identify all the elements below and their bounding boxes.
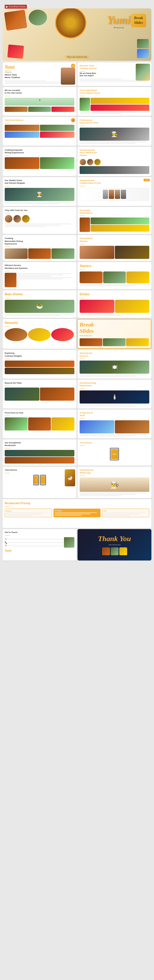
slide-24-divider — [80, 388, 85, 389]
slide-30-img: 👨‍🍳 — [80, 477, 149, 492]
slide-5-badge: 🚀 — [71, 118, 75, 123]
slide-32-content: 📧 📞 📍 — [5, 537, 74, 548]
slide-2[interactable]: Discover YumiCulinary Journey We are Doi… — [77, 62, 151, 86]
slide-32[interactable]: Get in Touch 📧 📞 — [3, 529, 77, 560]
slide-23[interactable]: Beyond the Plate — [3, 380, 77, 409]
slide-29-divider — [5, 473, 10, 473]
slide-7-imgs — [5, 157, 74, 169]
slide-5-title: Yumi Fast Delivery — [5, 119, 74, 122]
slide-30[interactable]: Download OurMobile App 👨‍🍳 — [77, 467, 151, 498]
slide-29-phone-1: Y — [33, 475, 39, 485]
slide-2-divider — [80, 71, 85, 72]
slide-24[interactable]: Elevating DiningExperiences 🕯️ — [77, 380, 151, 409]
slide-31[interactable]: Restaurant Pricing Starter Premium — [3, 499, 151, 528]
slide-4-title: Fresh IngredientsFrom Organic Farms — [80, 89, 149, 95]
slide-row-1: Yumi Restaurant Where TasteMeets Traditi… — [3, 62, 151, 86]
slide-row-9: Main Dishes 🥗 Drinks — [3, 290, 151, 318]
slide-row-6: They Still Cook for You ExceedingExpecta… — [3, 207, 151, 234]
slide-25-title: From Farm to Fork — [5, 412, 74, 414]
slide-9[interactable]: Our Skillful Chefsand Kitchen Brigade 👩‍… — [3, 177, 77, 206]
slide-row-7: CreatingMemorable DiningExperiences Pers… — [3, 235, 151, 261]
slide-3[interactable]: We are Locatedin the City Center 📍 — [3, 87, 77, 116]
slide-14-divider — [80, 244, 85, 244]
ppt-badge: ▶ PowerPoint Version — [5, 5, 27, 9]
slide-11[interactable]: They Still Cook for You — [3, 207, 77, 234]
slide-17-title: Main Dishes — [5, 293, 74, 297]
slide-16-text-lines — [80, 284, 149, 286]
page-wrapper: ▶ PowerPoint Version Yumi Restaurant Bre… — [0, 0, 154, 563]
slide-29[interactable]: Yumi Device Y Y 🥙 — [3, 467, 77, 498]
slide-11-title: They Still Cook for You — [5, 209, 74, 212]
slide-4[interactable]: Fresh IngredientsFrom Organic Farms — [77, 87, 151, 116]
slide-29-phone-2: Y — [40, 475, 46, 485]
slide-20[interactable]: BreakSlides Yumi Restaurant — [77, 319, 151, 349]
slide-23-title: Beyond the Plate — [5, 382, 74, 384]
slide-16[interactable]: Starters — [77, 262, 151, 289]
slide-3-divider — [5, 96, 10, 96]
slide-9-img: 👩‍🍳 — [5, 188, 74, 201]
slide-8-imgs — [80, 159, 149, 165]
slide-15[interactable]: Efficient ServiceWorkflow and Systems — [3, 262, 77, 289]
slide-4-imgs — [80, 98, 149, 111]
slide-3-pin: 📍 — [38, 99, 41, 102]
slide-row-4: Crafting ExquisiteDining Experiences Int… — [3, 147, 151, 176]
slide-23-divider — [5, 386, 10, 386]
slide-11-text-lines — [5, 224, 74, 227]
slide-row-10: Desserts BreakSlides Yumi Restaurant — [3, 319, 151, 349]
slide-row-15: Yumi Device Y Y 🥙 Download OurMobile — [3, 467, 151, 498]
slide-22[interactable]: Savoring theEssence 🍽️ — [77, 350, 151, 379]
slide-18-divider — [80, 298, 85, 298]
slide-10[interactable]: Teamwork andCollaboration at Yumi NEW — [77, 177, 151, 206]
slide-22-img: 🍽️ — [80, 361, 149, 374]
slide-15-title: Efficient ServiceWorkflow and Systems — [5, 264, 74, 270]
slide-20-title: BreakSlides — [80, 321, 149, 334]
slide-11-imgs — [5, 215, 74, 223]
slide-22-text-lines — [80, 374, 149, 377]
slide-7-divider — [5, 155, 10, 156]
slide-33[interactable]: Thank You Yumi Restaurant — [77, 529, 151, 560]
slide-16-title: Starters — [80, 264, 149, 268]
slide-3-map: 📍 — [5, 98, 74, 106]
slide-1-badge: 29 — [71, 64, 75, 68]
slide-26-title: A Tapestry ofTaste — [80, 412, 149, 417]
slide-17[interactable]: Main Dishes 🥗 — [3, 290, 77, 318]
slide-22-divider — [80, 359, 85, 359]
slide-19[interactable]: Desserts — [3, 319, 76, 349]
slide-26-text-lines — [80, 434, 149, 436]
slide-27-title: Our ExceptionalRestaurant — [5, 442, 74, 447]
slide-24-text-lines — [80, 404, 149, 406]
slide-7[interactable]: Crafting ExquisiteDining Experiences — [3, 147, 77, 176]
slide-19-title: Desserts — [5, 321, 74, 325]
slide-1[interactable]: Yumi Restaurant Where TasteMeets Traditi… — [3, 62, 77, 86]
slide-29-devices: Y Y — [5, 475, 74, 485]
break-slides-badge: BreakSlides — [131, 14, 146, 27]
slide-row-12: Beyond the Plate Elevating DiningExperie… — [3, 380, 151, 409]
slide-8[interactable]: Introducing theFaces Behind theFlavors — [77, 147, 151, 176]
slide-27[interactable]: Our ExceptionalRestaurant — [3, 439, 77, 466]
slide-7-title: Crafting ExquisiteDining Experiences — [5, 149, 74, 154]
slide-30-divider — [80, 476, 85, 476]
slide-10-divider — [80, 186, 85, 186]
slide-6-img: 👨‍🍳 — [80, 127, 149, 141]
slide-21[interactable]: ExploringCulinary Delights — [3, 350, 77, 379]
slide-26-divider — [80, 418, 85, 419]
slide-6[interactable]: ProfessionalExperienced Chefs 👨‍🍳 — [77, 117, 151, 146]
slide-13-title: CreatingMemorable DiningExperiences — [5, 237, 74, 245]
slide-21-divider — [5, 359, 10, 359]
slide-5[interactable]: Yumi Fast Delivery 🚀 — [3, 117, 77, 146]
slide-16-imgs — [80, 272, 149, 283]
slide-12[interactable]: ExceedingExpectations — [77, 207, 151, 234]
slide-3-imgs — [5, 107, 74, 112]
slide-25[interactable]: From Farm to Fork — [3, 410, 77, 438]
slide-33-subtitle: Yumi Restaurant — [108, 544, 120, 546]
slide-4-text-lines — [80, 111, 149, 114]
slide-18[interactable]: Drinks — [77, 290, 151, 318]
hero-tagline: Restaurant — [107, 26, 131, 29]
slide-6-text-lines — [80, 142, 149, 143]
slide-32-logo: Yumi — [5, 549, 74, 553]
slide-row-8: Efficient ServiceWorkflow and Systems — [3, 262, 151, 289]
slide-14[interactable]: PersonalizedAttentio — [77, 235, 151, 261]
slide-28[interactable]: Yumi Device Yumi — [77, 439, 151, 466]
slide-13[interactable]: CreatingMemorable DiningExperiences — [3, 235, 77, 261]
slide-26[interactable]: A Tapestry ofTaste — [77, 410, 151, 438]
